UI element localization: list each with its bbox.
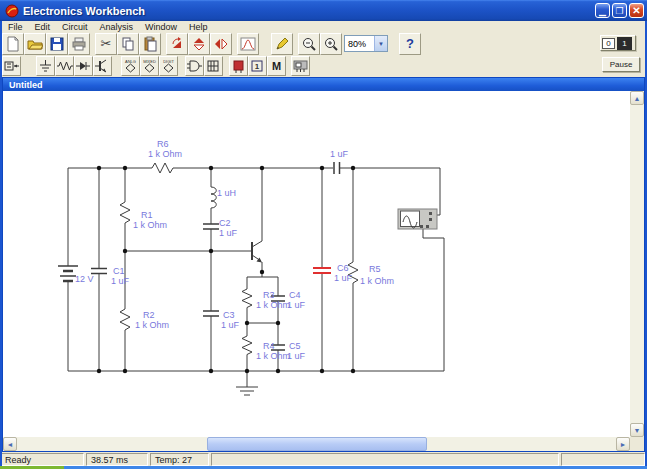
schematic-canvas[interactable]: R61 k Ohm1 uHR11 k OhmC21 uF1 uF12 VC11 … bbox=[3, 91, 630, 437]
zoom-level-select[interactable]: 80% ▼ bbox=[344, 35, 388, 52]
component-label: 1 uH bbox=[217, 188, 236, 198]
titlebar: Electronics Workbench ▁ ❐ ✕ bbox=[0, 0, 647, 21]
diodes-bin-button[interactable] bbox=[74, 56, 93, 76]
svg-text:ANLG: ANLG bbox=[125, 58, 136, 63]
component-label: 1 k Ohm bbox=[360, 276, 394, 286]
zoom-level-value: 80% bbox=[345, 39, 374, 49]
digital-ics-bin-button[interactable]: DIGIT bbox=[159, 56, 178, 76]
horizontal-scroll-thumb[interactable] bbox=[207, 437, 427, 451]
vertical-scrollbar[interactable]: ▲ ▼ bbox=[630, 91, 644, 451]
mixed-ics-bin-button[interactable]: MIXED bbox=[140, 56, 159, 76]
wire-scope[interactable] bbox=[423, 168, 444, 371]
component-label: C2 bbox=[219, 218, 231, 228]
resistor-R3[interactable] bbox=[242, 277, 252, 323]
menu-file[interactable]: File bbox=[2, 22, 29, 32]
status-temperature: Temp: 27 bbox=[150, 453, 209, 466]
component-label: C5 bbox=[289, 341, 301, 351]
logic-gates-bin-button[interactable] bbox=[185, 56, 204, 76]
menu-circuit[interactable]: Circuit bbox=[56, 22, 94, 32]
scroll-up-button[interactable]: ▲ bbox=[630, 91, 644, 105]
capacitor-C1[interactable] bbox=[91, 168, 107, 371]
miscellaneous-bin-button[interactable]: M bbox=[267, 56, 286, 76]
paste-button[interactable] bbox=[139, 33, 161, 55]
parts-bin-toolbar: ANLG MIXED DIGIT bbox=[2, 55, 645, 76]
open-button[interactable] bbox=[24, 33, 46, 55]
cut-button[interactable]: ✂ bbox=[95, 33, 117, 55]
resistor-R1[interactable] bbox=[120, 168, 130, 226]
favorites-bin-button[interactable] bbox=[2, 56, 21, 76]
flip-vertical-button[interactable] bbox=[188, 33, 210, 55]
component-label: 1 uF bbox=[330, 149, 349, 159]
flip-horizontal-icon bbox=[213, 36, 229, 52]
new-button[interactable] bbox=[2, 33, 24, 55]
maximize-button[interactable]: ❐ bbox=[612, 3, 627, 18]
open-folder-icon bbox=[27, 36, 43, 52]
chevron-down-icon[interactable]: ▼ bbox=[374, 36, 387, 51]
menu-window[interactable]: Window bbox=[139, 22, 183, 32]
mixed-ics-icon: MIXED bbox=[141, 58, 158, 74]
analog-ics-icon: ANLG bbox=[122, 58, 139, 74]
inductor-1uH[interactable] bbox=[211, 168, 216, 208]
capacitor-C6[interactable] bbox=[313, 168, 331, 371]
zoom-out-button[interactable] bbox=[298, 33, 320, 55]
component-label: 1 k Ohm bbox=[135, 320, 169, 330]
controls-bin-button[interactable]: 1 bbox=[248, 56, 267, 76]
app-logo-icon bbox=[5, 4, 19, 18]
display-graphs-button[interactable] bbox=[237, 33, 259, 55]
component-label: R6 bbox=[157, 139, 169, 149]
window-title: Electronics Workbench bbox=[23, 5, 595, 17]
component-label: C1 bbox=[113, 266, 125, 276]
capacitor-C3[interactable] bbox=[203, 251, 219, 371]
zoom-in-icon bbox=[323, 36, 339, 52]
paste-icon bbox=[142, 36, 158, 52]
menu-analysis[interactable]: Analysis bbox=[94, 22, 140, 32]
resistor-R2[interactable] bbox=[120, 226, 130, 371]
indicators-bin-button[interactable] bbox=[229, 56, 248, 76]
basic-bin-button[interactable] bbox=[55, 56, 74, 76]
scroll-down-button[interactable]: ▼ bbox=[630, 423, 644, 437]
component-label: C4 bbox=[289, 290, 301, 300]
circuit-schematic: R61 k Ohm1 uHR11 k OhmC21 uF1 uF12 VC11 … bbox=[3, 91, 630, 437]
save-button[interactable] bbox=[46, 33, 68, 55]
menubar: File Edit Circuit Analysis Window Help bbox=[2, 21, 645, 32]
oscilloscope[interactable] bbox=[398, 209, 437, 229]
flip-horizontal-button[interactable] bbox=[210, 33, 232, 55]
resistor-R6[interactable] bbox=[148, 163, 178, 173]
minimize-button[interactable]: ▁ bbox=[595, 3, 610, 18]
component-properties-button[interactable] bbox=[271, 33, 293, 55]
component-label: 1 uF bbox=[334, 273, 353, 283]
help-button[interactable]: ? bbox=[399, 33, 421, 55]
capacitor-C2[interactable] bbox=[203, 208, 219, 251]
instruments-bin-button[interactable] bbox=[291, 56, 310, 76]
copy-button[interactable] bbox=[117, 33, 139, 55]
ground-symbol[interactable] bbox=[236, 371, 258, 395]
resistor-R4[interactable] bbox=[242, 323, 252, 371]
close-button[interactable]: ✕ bbox=[629, 3, 644, 18]
zoom-in-button[interactable] bbox=[320, 33, 342, 55]
battery-12V[interactable] bbox=[58, 168, 78, 371]
digital-bin-button[interactable] bbox=[204, 56, 223, 76]
printer-icon bbox=[71, 36, 87, 52]
print-button[interactable] bbox=[68, 33, 90, 55]
menu-help[interactable]: Help bbox=[183, 22, 214, 32]
power-switch[interactable]: 0 1 bbox=[600, 35, 636, 51]
menu-edit[interactable]: Edit bbox=[29, 22, 57, 32]
resistor-R5[interactable] bbox=[348, 168, 358, 371]
analog-ics-bin-button[interactable]: ANLG bbox=[121, 56, 140, 76]
transistors-bin-button[interactable] bbox=[93, 56, 112, 76]
component-label: R5 bbox=[369, 264, 381, 274]
component-label: C6 bbox=[337, 263, 349, 273]
horizontal-scrollbar[interactable]: ◄ ► bbox=[3, 437, 630, 451]
power-on-label: 1 bbox=[617, 37, 632, 50]
rotate-button[interactable] bbox=[166, 33, 188, 55]
new-file-icon bbox=[5, 36, 21, 52]
transistor-Q1[interactable] bbox=[252, 168, 262, 272]
scroll-right-button[interactable]: ► bbox=[616, 437, 630, 451]
component-label: 1 uF bbox=[287, 351, 306, 361]
capacitor-top-1uF[interactable] bbox=[334, 162, 340, 174]
pause-button[interactable]: Pause bbox=[602, 57, 640, 72]
document-titlebar[interactable]: Untitled bbox=[3, 78, 644, 91]
sources-bin-button[interactable] bbox=[36, 56, 55, 76]
scroll-left-button[interactable]: ◄ bbox=[3, 437, 17, 451]
component-label: R1 bbox=[141, 210, 153, 220]
